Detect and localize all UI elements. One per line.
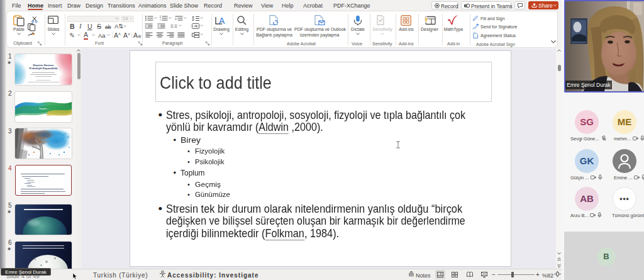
- svg-text:A: A: [219, 16, 225, 26]
